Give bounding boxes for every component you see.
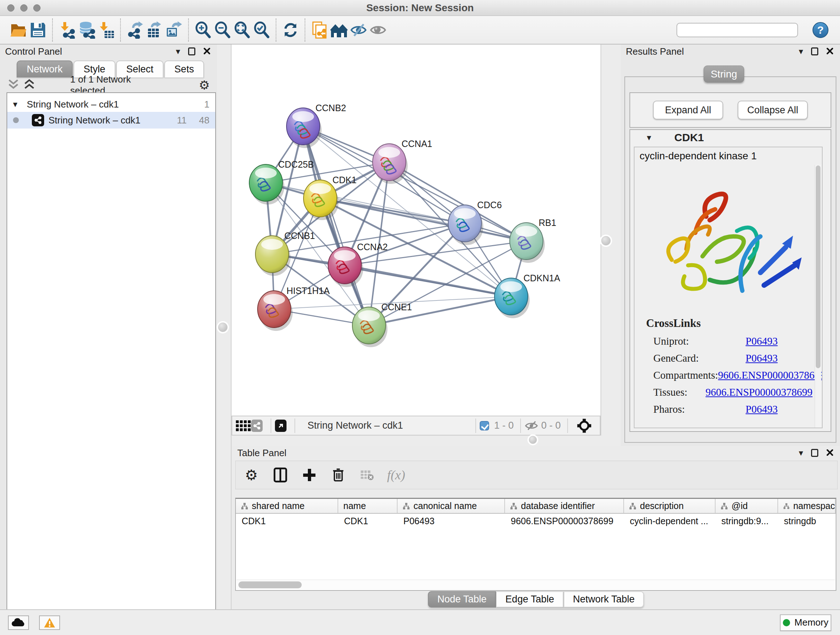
network-canvas[interactable]: CCNB2CCNA1CDC25BCDK1CDC6RB1CCNB1CCNA2CDK… xyxy=(232,44,600,416)
export-network-button[interactable] xyxy=(125,19,145,41)
tab-string[interactable]: String xyxy=(704,65,744,82)
divider-grip[interactable] xyxy=(218,323,227,332)
import-network-database-button[interactable] xyxy=(77,19,96,41)
export-image-button[interactable] xyxy=(164,19,184,41)
panel-menu-icon[interactable]: ▾ xyxy=(176,46,180,57)
toolbar-separator xyxy=(475,418,476,433)
delete-column-button[interactable] xyxy=(330,466,347,484)
hide-selected-button[interactable] xyxy=(349,19,368,41)
panel-divider-right[interactable] xyxy=(600,44,621,446)
panel-close-icon[interactable] xyxy=(203,46,210,57)
table-row[interactable]: CDK1CDK1P064939606.ENSP00000378699cyclin… xyxy=(236,514,836,529)
cloud-status-button[interactable] xyxy=(8,616,29,630)
tab-network[interactable]: Network xyxy=(17,60,73,78)
network-overview-button[interactable] xyxy=(251,418,267,433)
table-cell[interactable]: stringdb xyxy=(778,514,836,529)
clone-network-button[interactable] xyxy=(309,19,329,41)
birdseye-crosshair-icon[interactable] xyxy=(576,418,592,433)
network-node-ccnb1[interactable]: CCNB1 xyxy=(256,231,315,276)
table-horizontal-scrollbar[interactable] xyxy=(237,580,835,589)
network-graph-svg[interactable]: CCNB2CCNA1CDC25BCDK1CDC6RB1CCNB1CCNA2CDK… xyxy=(232,44,600,416)
column-header-label: canonical name xyxy=(414,501,477,511)
column-header--id[interactable]: @id xyxy=(715,499,778,513)
panel-menu-icon[interactable]: ▾ xyxy=(799,448,803,458)
tab-network-table[interactable]: Network Table xyxy=(564,591,644,608)
network-node-ccna2[interactable]: CCNA2 xyxy=(328,242,388,287)
view-grid-button[interactable] xyxy=(235,418,251,433)
table-cell[interactable]: 9606.ENSP00000378699 xyxy=(505,514,624,529)
network-collection-row[interactable]: ▾ String Network – cdk1 1 xyxy=(7,97,215,112)
delete-table-button[interactable] xyxy=(359,466,376,484)
show-columns-button[interactable] xyxy=(272,466,289,484)
column-header-name[interactable]: name xyxy=(338,499,398,513)
home-button[interactable] xyxy=(329,19,349,41)
column-header-database-identifier[interactable]: database identifier xyxy=(505,499,624,513)
column-header-shared-name[interactable]: shared name xyxy=(236,499,338,513)
zoom-out-icon xyxy=(214,21,231,39)
network-row-selected[interactable]: String Network – cdk1 11 48 xyxy=(7,112,215,128)
network-node-ccne1[interactable]: CCNE1 xyxy=(352,302,412,347)
divider-grip[interactable] xyxy=(529,436,537,444)
table-cell[interactable]: P06493 xyxy=(398,514,505,529)
panel-float-icon[interactable] xyxy=(811,449,818,457)
open-session-button[interactable] xyxy=(9,19,28,41)
hidden-eye-icon[interactable] xyxy=(524,419,538,432)
import-network-file-button[interactable] xyxy=(57,19,77,41)
collection-expand-icon[interactable]: ▾ xyxy=(13,99,17,109)
table-cell[interactable]: CDK1 xyxy=(338,514,398,529)
save-session-button[interactable] xyxy=(28,19,48,41)
network-options-gear-icon[interactable]: ⚙ xyxy=(199,78,210,92)
import-table-button[interactable] xyxy=(96,19,116,41)
memory-button[interactable]: Memory xyxy=(780,614,831,631)
zoom-in-button[interactable] xyxy=(193,19,213,41)
zoom-out-button[interactable] xyxy=(213,19,232,41)
toolbar-separator xyxy=(52,19,53,42)
panel-close-icon[interactable] xyxy=(826,448,834,459)
zoom-selected-button[interactable] xyxy=(252,19,271,41)
help-button[interactable]: ? xyxy=(813,22,829,38)
network-edge[interactable] xyxy=(345,265,511,296)
export-table-button[interactable] xyxy=(145,19,164,41)
column-header-description[interactable]: description xyxy=(624,499,715,513)
create-column-button[interactable] xyxy=(301,466,317,484)
network-node-cdkn1a[interactable]: CDKN1A xyxy=(494,273,561,318)
crosslink-link[interactable]: P06493 xyxy=(745,352,778,364)
crosslink-link[interactable]: 9606.ENSP00000378699 xyxy=(706,386,813,398)
crosslink-link[interactable]: 9606.ENSP00000378699 xyxy=(718,369,823,381)
panel-menu-icon[interactable]: ▾ xyxy=(799,46,803,57)
table-cell[interactable]: CDK1 xyxy=(236,514,338,529)
warning-status-button[interactable] xyxy=(39,616,60,630)
table-cell[interactable]: stringdb:9... xyxy=(715,514,778,529)
panel-close-icon[interactable] xyxy=(826,46,834,57)
results-scrollbar[interactable] xyxy=(815,165,821,428)
expand-all-button[interactable]: Expand All xyxy=(653,101,723,119)
refresh-button[interactable] xyxy=(281,19,300,41)
search-input[interactable] xyxy=(684,25,796,35)
expand-all-icon[interactable] xyxy=(23,79,35,91)
entry-collapse-icon[interactable]: ▾ xyxy=(647,133,651,143)
column-header-label: shared name xyxy=(252,501,305,511)
tab-sets[interactable]: Sets xyxy=(164,60,204,78)
column-header-canonical-name[interactable]: canonical name xyxy=(398,499,505,513)
collapse-all-icon[interactable] xyxy=(7,79,19,91)
tab-node-table[interactable]: Node Table xyxy=(428,591,496,608)
function-builder-button[interactable]: f(x) xyxy=(388,466,404,484)
divider-grip[interactable] xyxy=(601,236,611,245)
collapse-all-button[interactable]: Collapse All xyxy=(737,101,808,119)
panel-float-icon[interactable] xyxy=(188,48,195,55)
zoom-fit-button[interactable] xyxy=(232,19,252,41)
show-all-button[interactable] xyxy=(368,19,388,41)
table-options-gear-icon[interactable]: ⚙ xyxy=(243,466,260,484)
network-node-ccna1[interactable]: CCNA1 xyxy=(373,139,432,184)
crosslink-link[interactable]: P06493 xyxy=(745,335,778,347)
external-arrow-icon xyxy=(275,420,286,432)
detach-view-button[interactable] xyxy=(275,418,291,433)
column-header-namespac[interactable]: namespac xyxy=(778,499,836,513)
node-detail-header[interactable]: ▾ CDK1 xyxy=(630,130,831,145)
crosslink-link[interactable]: P06493 xyxy=(745,403,778,415)
table-cell[interactable]: cyclin-dependent ... xyxy=(624,514,715,529)
panel-float-icon[interactable] xyxy=(811,48,818,55)
selected-checkbox[interactable] xyxy=(480,421,489,431)
tab-edge-table[interactable]: Edge Table xyxy=(496,591,564,608)
network-node-rb1[interactable]: RB1 xyxy=(510,218,556,263)
